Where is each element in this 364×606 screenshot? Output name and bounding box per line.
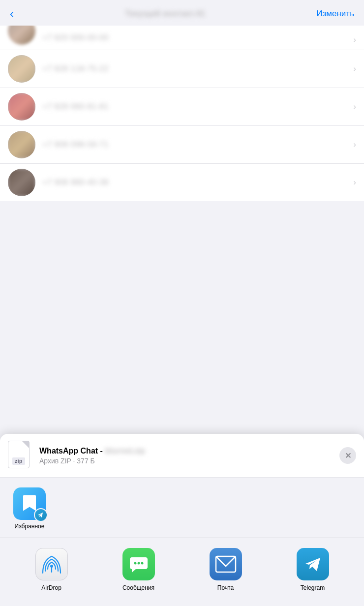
avatar [8, 55, 35, 83]
share-sheet: zip WhatsApp Chat - blurred.zip Архив ZI… [0, 434, 364, 606]
svg-point-4 [141, 562, 143, 565]
contact-phone: +7 908 980-40-38 [42, 178, 349, 187]
avatar [8, 169, 35, 196]
contact-item[interactable]: +7 908 980-40-38 › [0, 164, 364, 201]
chevron-right-icon: › [353, 102, 356, 112]
zip-badge: zip [12, 457, 25, 465]
airdrop-waves-icon [41, 553, 62, 575]
chevron-right-icon: › [353, 35, 356, 45]
avatar [8, 131, 35, 158]
avatar [8, 26, 35, 45]
mail-icon [210, 548, 242, 580]
contact-item-partial[interactable]: +7 820 000-00-00 › [0, 26, 364, 50]
messages-item[interactable]: Сообщения [114, 548, 163, 591]
favorites-section: Избранное [0, 478, 364, 538]
messages-bubble-icon [129, 554, 149, 574]
contact-phone: +7 908 098-58-71 [42, 140, 349, 150]
svg-point-3 [137, 562, 140, 565]
messages-label: Сообщения [122, 584, 154, 591]
favorites-icon [13, 487, 46, 520]
telegram-icon [297, 548, 329, 580]
edit-button[interactable]: Изменить [316, 9, 354, 19]
telegram-label: Telegram [301, 584, 325, 591]
contact-phone: +7 828 060-81-81 [42, 102, 349, 112]
close-button[interactable]: ✕ [339, 447, 356, 464]
contact-phone: +7 828 118-75-22 [42, 64, 349, 74]
mail-item[interactable]: Почта [201, 548, 250, 591]
telegram-badge-icon [34, 508, 48, 522]
messages-icon [122, 548, 155, 580]
svg-point-2 [134, 562, 136, 565]
app-row: AirDrop Сообщения Почта [0, 538, 364, 606]
contact-item[interactable]: +7 828 118-75-22 › [0, 50, 364, 88]
airdrop-item[interactable]: AirDrop [27, 548, 76, 591]
file-name: WhatsApp Chat - blurred.zip [39, 447, 339, 455]
chevron-right-icon: › [353, 140, 356, 150]
nav-bar: ‹ Текущий контакт.41 Изменить [0, 0, 364, 26]
file-meta: Архив ZIP · 377 Б [39, 457, 339, 465]
airdrop-label: AirDrop [41, 584, 61, 591]
bookmark-icon [22, 494, 37, 512]
avatar [8, 93, 35, 121]
chevron-right-icon: › [353, 64, 356, 74]
contact-item[interactable]: +7 908 098-58-71 › [0, 126, 364, 164]
zip-file-icon: zip [8, 441, 32, 470]
mail-label: Почта [217, 584, 234, 591]
chevron-right-icon: › [353, 178, 356, 187]
telegram-item[interactable]: Telegram [288, 548, 337, 591]
file-details: WhatsApp Chat - blurred.zip Архив ZIP · … [39, 447, 339, 465]
airdrop-icon [35, 548, 68, 580]
nav-title: Текущий контакт.41 [19, 9, 311, 19]
contact-phone: +7 820 000-00-00 [42, 33, 109, 43]
contacts-list: +7 820 000-00-00 › +7 828 118-75-22 › +7… [0, 26, 364, 201]
file-info-row: zip WhatsApp Chat - blurred.zip Архив ZI… [0, 434, 364, 478]
contact-item[interactable]: +7 828 060-81-81 › [0, 88, 364, 126]
telegram-plane-icon [303, 554, 323, 574]
back-button[interactable]: ‹ [10, 7, 14, 21]
favorites-label: Избранное [15, 523, 45, 530]
favorites-item[interactable]: Избранное [10, 487, 49, 530]
mail-envelope-icon [215, 555, 237, 573]
